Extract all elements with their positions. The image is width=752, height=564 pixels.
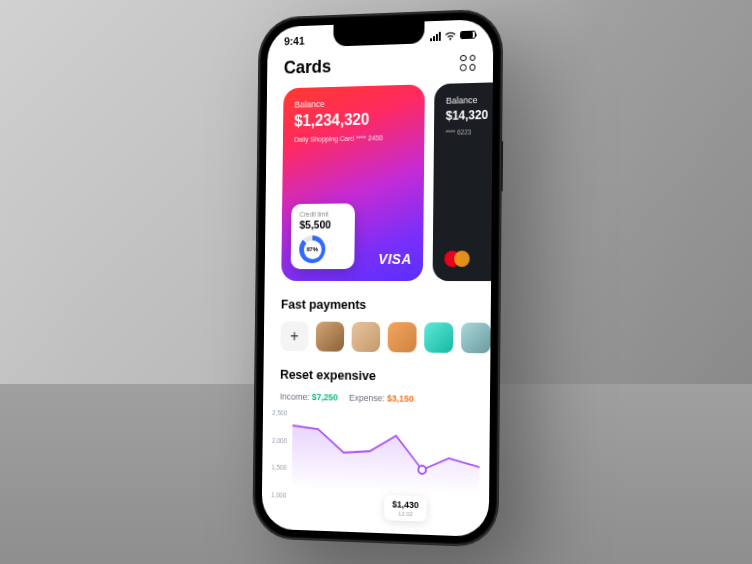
- expense-value: $3,150: [387, 393, 414, 404]
- credit-usage-pct: 87%: [303, 240, 321, 259]
- mastercard-logo: [444, 251, 469, 267]
- chart-selected-point[interactable]: [418, 466, 426, 474]
- contact-avatar[interactable]: [316, 322, 345, 352]
- visa-logo: VISA: [378, 251, 411, 267]
- menu-grid-icon[interactable]: [460, 54, 476, 71]
- status-time: 9:41: [284, 35, 305, 47]
- card-primary[interactable]: Balance $1,234,320 Daily Shopping Card *…: [281, 84, 425, 281]
- chart-title: Reset expensive: [263, 351, 490, 395]
- income-value: $7,250: [312, 392, 338, 402]
- contact-avatar[interactable]: [388, 322, 417, 352]
- battery-icon: [460, 31, 476, 40]
- add-payment-button[interactable]: +: [280, 321, 308, 351]
- credit-limit-value: $5,500: [299, 218, 346, 230]
- fast-payments-title: Fast payments: [264, 281, 491, 323]
- tooltip-value: $1,430: [392, 499, 419, 510]
- cards-carousel[interactable]: Balance $1,234,320 Daily Shopping Card *…: [265, 82, 493, 281]
- credit-limit-label: Credit limit: [300, 210, 347, 217]
- wifi-icon: [445, 31, 457, 40]
- notch: [333, 21, 424, 46]
- chart-tooltip: $1,430 12.02: [384, 495, 426, 522]
- balance-label: Balance: [446, 95, 493, 106]
- card-name: Daily Shopping Card **** 2450: [294, 134, 413, 143]
- fast-payments-row: +: [264, 321, 491, 353]
- balance-value: $14,320: [446, 108, 493, 123]
- line-chart: [292, 410, 480, 495]
- income-label: Income:: [280, 392, 310, 402]
- chart-area[interactable]: 2,500 2,000 1,500 1,000: [262, 409, 490, 526]
- contact-avatar[interactable]: [351, 322, 380, 352]
- signal-icon: [430, 31, 441, 40]
- screen: 9:41 Cards Balance $1,234,320 Daily Shop…: [262, 19, 494, 537]
- y-axis-ticks: 2,500 2,000 1,500 1,000: [271, 409, 287, 499]
- balance-value: $1,234,320: [294, 110, 413, 131]
- expense-label: Expense:: [349, 393, 385, 404]
- page-title: Cards: [284, 56, 332, 78]
- credit-usage-ring: 87%: [299, 235, 325, 263]
- card-number: **** 6223: [446, 128, 493, 136]
- contact-avatar[interactable]: [461, 323, 491, 354]
- tooltip-date: 12.02: [392, 510, 419, 517]
- balance-label: Balance: [294, 97, 413, 110]
- contact-avatar[interactable]: [424, 322, 453, 353]
- card-secondary[interactable]: Balance $14,320 **** 6223: [433, 82, 493, 281]
- credit-limit-box: Credit limit $5,500 87%: [291, 203, 355, 269]
- phone-frame: 9:41 Cards Balance $1,234,320 Daily Shop…: [253, 9, 502, 546]
